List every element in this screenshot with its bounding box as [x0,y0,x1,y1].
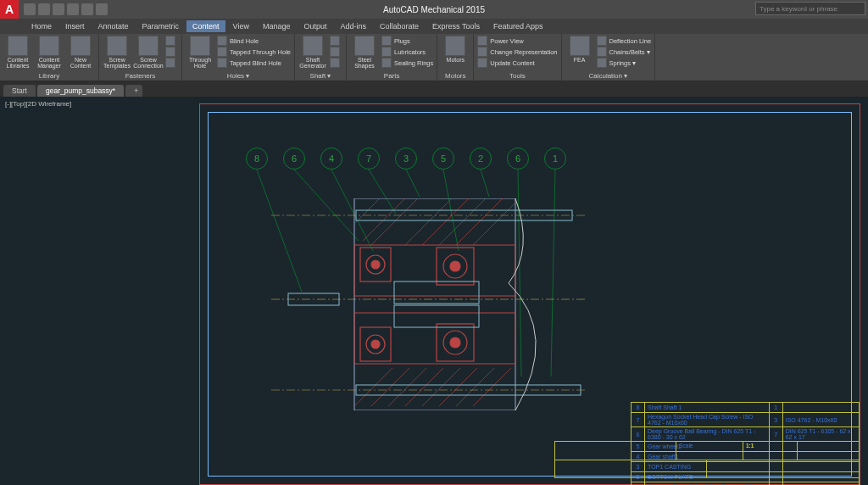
doc-tab-current[interactable]: gear_pump_subassy* [37,85,124,97]
ribbon-button-small[interactable]: Lubricators [381,47,433,57]
svg-point-39 [450,337,460,348]
svg-line-14 [371,198,418,245]
tab-view[interactable]: View [227,20,255,32]
ribbon-icon [39,36,59,56]
tab-insert[interactable]: Insert [59,20,91,32]
ribbon-icon [217,58,227,68]
balloon-8[interactable]: 8 [246,148,268,170]
ribbon-button-small[interactable] [330,47,342,57]
svg-line-15 [405,198,452,245]
balloon-1[interactable]: 1 [544,148,566,170]
ribbon-button-small[interactable]: Deflection Line [597,36,652,46]
ribbon-button[interactable]: ContentLibraries [3,36,32,70]
tab-home[interactable]: Home [25,20,58,32]
tab-featured[interactable]: Featured Apps [487,20,549,32]
ribbon-button-small[interactable]: Blind Hole [217,36,291,46]
doc-tab-add[interactable]: + [125,85,142,97]
qat-new-icon[interactable] [24,3,36,15]
qat-open-icon[interactable] [38,3,50,15]
ribbon-button-small[interactable] [165,58,178,68]
tab-manage[interactable]: Manage [257,20,297,32]
ribbon-button[interactable]: SteelShapes [350,36,379,70]
qat-save-icon[interactable] [53,3,64,15]
qat-print-icon[interactable] [96,3,108,15]
panel-label[interactable]: Motors [441,72,470,81]
bom-row: 7Hexagon Socket Head Cap Screw - ISO 476… [632,413,860,427]
doc-tab-start[interactable]: Start [3,85,36,97]
tab-annotate[interactable]: Annotate [92,20,135,32]
ribbon-button[interactable]: FEA [565,36,594,63]
panel-label[interactable]: Tools [477,72,557,81]
ribbon-button[interactable]: Motors [441,36,470,63]
panel-fasteners: ScrewTemplatesScrewConnectionFasteners [99,34,182,81]
tab-express[interactable]: Express Tools [426,20,486,32]
app-logo[interactable]: A [0,0,19,19]
panel-label[interactable]: Holes ▾ [186,72,291,81]
ribbon-button-small[interactable]: Power View [477,36,557,46]
qat-redo-icon[interactable] [81,3,93,15]
svg-line-27 [473,368,511,406]
ribbon-button-small[interactable] [165,47,178,57]
balloon-4[interactable]: 4 [320,148,342,170]
ribbon-button-small[interactable]: Plugs [381,36,433,46]
ribbon-icon [477,47,487,57]
ribbon-icon [477,58,487,68]
drawing-canvas[interactable]: [-][Top][2D Wireframe] 864735261 [0,97,868,485]
svg-line-6 [481,170,489,197]
ribbon-button[interactable]: ThroughHole [186,36,214,70]
ribbon-button-small[interactable]: Chains/Belts ▾ [597,47,652,57]
ribbon-button-small[interactable]: Change Representation [477,47,557,57]
qat-undo-icon[interactable] [67,3,79,15]
ribbon-button[interactable]: ContentManager [35,36,64,70]
ribbon-button[interactable]: ScrewTemplates [103,36,131,70]
balloon-7[interactable]: 7 [358,148,380,170]
balloon-6[interactable]: 6 [283,148,305,170]
balloon-5[interactable]: 5 [432,148,454,170]
ribbon-icon [597,47,607,57]
ribbon-icon [107,36,127,56]
ribbon-icon [165,36,175,46]
ribbon-button-small[interactable] [165,36,178,46]
ribbon-button-small[interactable]: Update Content [477,58,557,68]
search-input[interactable]: Type a keyword or phrase [755,2,865,15]
tab-output[interactable]: Output [298,20,333,32]
panel-holes-: ThroughHoleBlind HoleTapped Through Hole… [182,34,295,81]
panel-motors: MotorsMotors [437,34,474,81]
ribbon-button-small[interactable]: Tapped Through Hole [217,47,291,57]
panel-label[interactable]: Parts [350,72,433,81]
panel-label[interactable]: Library [3,72,95,81]
balloon-3[interactable]: 3 [395,148,417,170]
title-bar: A AutoCAD Mechanical 2015 Type a keyword… [0,0,868,19]
quick-access-toolbar [19,3,113,15]
ribbon-button-small[interactable]: Springs ▾ [597,58,652,68]
ribbon-icon [330,36,340,46]
ribbon-button-small[interactable]: Sealing Rings [381,58,433,68]
ribbon-button[interactable]: ScrewConnection [134,36,163,70]
tab-parametric[interactable]: Parametric [136,20,186,32]
panel-label[interactable]: Fasteners [103,72,178,81]
svg-line-26 [456,368,494,406]
balloon-6[interactable]: 6 [507,148,529,170]
panel-library: ContentLibrariesContentManagerNewContent… [0,34,99,81]
svg-line-19 [473,203,515,245]
ribbon-icon [303,36,323,56]
ribbon-button[interactable]: NewContent [66,36,95,70]
panel-label[interactable]: Calculation ▾ [565,72,652,81]
ribbon-button[interactable]: ShaftGenerator [298,36,327,70]
ribbon-icon [381,58,392,68]
ribbon-icon [138,36,159,56]
svg-line-18 [456,198,503,245]
svg-point-30 [371,260,380,269]
ribbon-icon [445,36,465,56]
svg-line-20 [354,368,392,406]
tab-content[interactable]: Content [186,20,225,32]
ribbon-button-small[interactable] [330,58,342,68]
panel-label[interactable]: Shaft ▾ [298,72,342,81]
ribbon-icon [570,36,590,56]
balloon-2[interactable]: 2 [470,148,492,170]
ribbon-button-small[interactable] [330,36,342,46]
ribbon-button-small[interactable]: Tapped Blind Hole [217,58,291,68]
tab-collaborate[interactable]: Collaborate [374,20,425,32]
tab-addins[interactable]: Add-ins [335,20,373,32]
svg-line-13 [363,198,405,241]
